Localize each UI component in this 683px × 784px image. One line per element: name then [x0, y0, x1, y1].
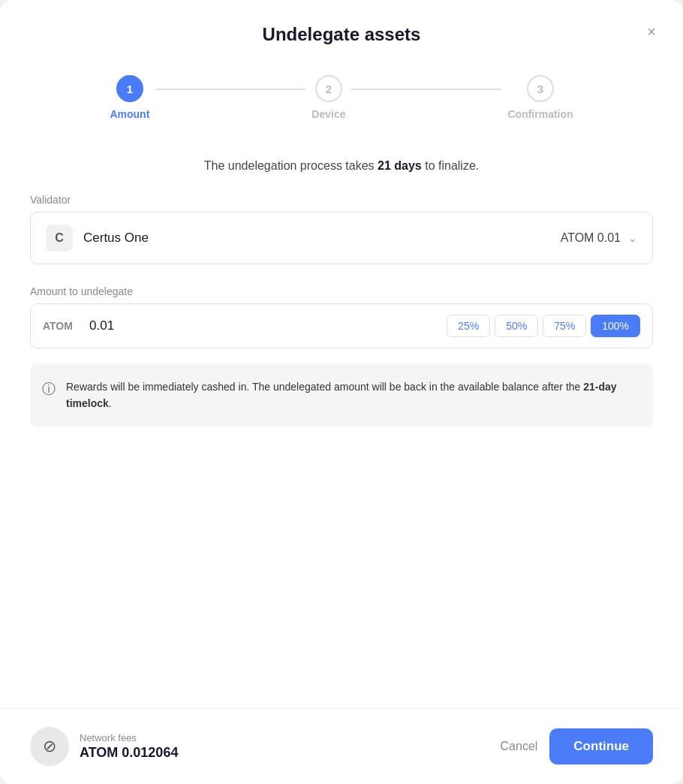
step-circle-2: 2 — [315, 75, 342, 102]
currency-label: ATOM — [43, 320, 80, 332]
validator-left: C Certus One — [46, 225, 149, 252]
footer-left: ⊘ Network fees ATOM 0.012064 — [30, 727, 178, 766]
step-circle-3: 3 — [527, 75, 554, 102]
continue-button[interactable]: Continue — [549, 728, 653, 764]
validator-selector[interactable]: C Certus One ATOM 0.01 ⌄ — [30, 212, 653, 264]
info-text-before: The undelegation process takes — [204, 159, 378, 172]
step-line-2 — [351, 89, 501, 90]
modal-footer: ⊘ Network fees ATOM 0.012064 Cancel Cont… — [0, 708, 683, 784]
step-confirmation: 3 Confirmation — [507, 75, 573, 120]
info-icon: ⓘ — [42, 380, 56, 398]
fee-value: ATOM 0.012064 — [80, 745, 178, 761]
amount-input[interactable] — [89, 318, 438, 333]
validator-right: ATOM 0.01 ⌄ — [561, 231, 637, 245]
step-amount: 1 Amount — [110, 75, 149, 120]
stepper: 1 Amount 2 Device 3 Confirmation — [0, 57, 683, 132]
amount-input-box: ATOM 25% 50% 75% 100% — [30, 303, 653, 348]
info-highlight: 21 days — [378, 159, 422, 172]
step-line-1 — [155, 89, 305, 90]
validator-amount: ATOM 0.01 — [561, 231, 621, 245]
info-text-after: to finalize. — [422, 159, 479, 172]
validator-label: Validator — [30, 194, 653, 206]
pct-100-button[interactable]: 100% — [591, 315, 640, 337]
notice-box: ⓘ Rewards will be immediately cashed in.… — [30, 363, 653, 427]
fee-icon: ⊘ — [30, 727, 69, 766]
validator-icon: C — [46, 225, 73, 252]
percent-buttons: 25% 50% 75% 100% — [447, 315, 640, 337]
pct-25-button[interactable]: 25% — [447, 315, 490, 337]
fee-info: Network fees ATOM 0.012064 — [80, 732, 178, 761]
validator-name: Certus One — [83, 231, 149, 246]
close-button[interactable]: × — [647, 24, 656, 39]
modal-body: The undelegation process takes 21 days t… — [0, 132, 683, 690]
notice-text-after: . — [109, 397, 112, 409]
chevron-down-icon: ⌄ — [628, 232, 637, 244]
amount-field-label: Amount to undelegate — [30, 285, 653, 297]
pct-50-button[interactable]: 50% — [495, 315, 538, 337]
step-circle-1: 1 — [116, 75, 143, 102]
step-label-3: Confirmation — [507, 108, 573, 120]
step-label-2: Device — [311, 108, 345, 120]
notice-text-before: Rewards will be immediately cashed in. T… — [66, 381, 583, 393]
info-text: The undelegation process takes 21 days t… — [30, 159, 653, 173]
cancel-button[interactable]: Cancel — [501, 740, 538, 753]
modal-title: Undelegate assets — [263, 24, 421, 45]
step-label-1: Amount — [110, 108, 149, 120]
fee-label: Network fees — [80, 732, 178, 743]
footer-right: Cancel Continue — [501, 728, 653, 764]
modal-undelegate: Undelegate assets × 1 Amount 2 Device 3 … — [0, 0, 683, 784]
notice-text: Rewards will be immediately cashed in. T… — [66, 378, 638, 412]
modal-header: Undelegate assets × — [0, 0, 683, 57]
pct-75-button[interactable]: 75% — [543, 315, 586, 337]
step-device: 2 Device — [311, 75, 345, 120]
